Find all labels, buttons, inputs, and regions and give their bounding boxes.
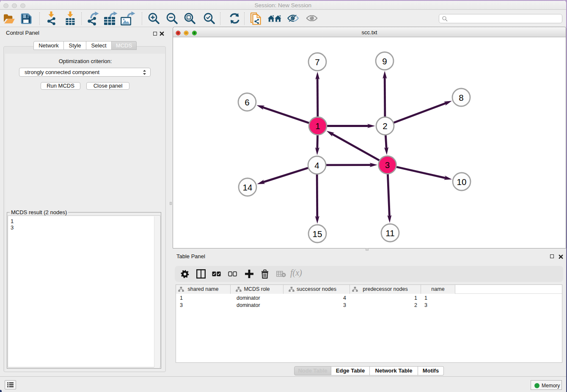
- svg-text:15: 15: [313, 229, 322, 239]
- svg-text:14: 14: [243, 182, 253, 192]
- svg-text:2: 2: [383, 121, 387, 131]
- svg-text:11: 11: [385, 228, 394, 238]
- svg-text:3: 3: [385, 160, 390, 170]
- svg-text:8: 8: [459, 93, 463, 102]
- svg-text:7: 7: [315, 57, 319, 67]
- svg-text:4: 4: [314, 160, 319, 170]
- svg-text:10: 10: [457, 177, 467, 187]
- svg-text:6: 6: [245, 97, 249, 107]
- svg-text:1: 1: [315, 121, 320, 131]
- svg-text:9: 9: [382, 56, 387, 66]
